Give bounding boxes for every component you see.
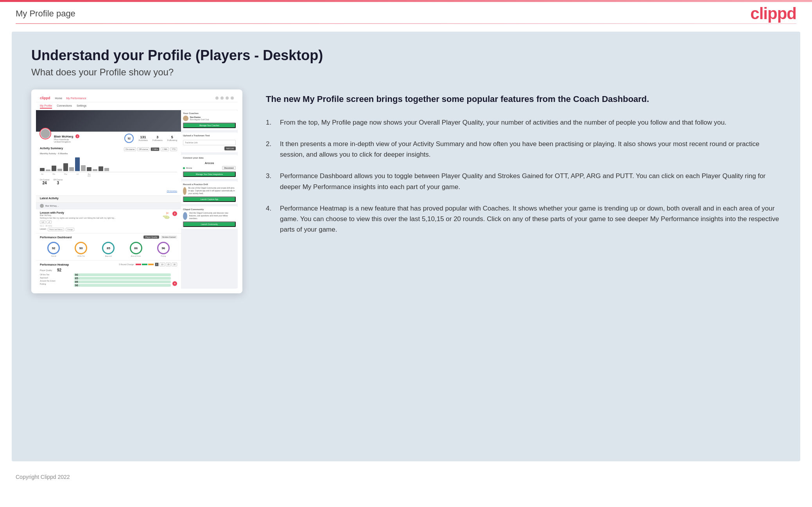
bar-8	[81, 165, 86, 171]
connect-dot	[183, 167, 185, 169]
activity-chart-area: Monthly Activity - 6 Months	[40, 152, 177, 193]
header-divider	[16, 23, 796, 24]
golf-icon: ⛳	[162, 212, 170, 219]
latest-activity-row: Blair McHarg ...	[36, 203, 181, 209]
round-btn-5[interactable]: 5	[155, 262, 159, 266]
filter-offcourse[interactable]: Off-course	[137, 147, 149, 151]
nav-icon-settings	[226, 96, 229, 100]
trackman-add-row: Add Link	[183, 146, 236, 150]
heatmap-cell-approach[interactable]: 85 ↑↑	[74, 277, 171, 280]
chart-labels: Jan Mar May Jul Aug 2021	[40, 173, 177, 177]
coaches-card: Your Coaches Dan Davies Bonniegaite Golf…	[181, 110, 238, 130]
nav-link-performance[interactable]: My Performance	[66, 97, 86, 100]
lesson-coach: Blair McHarg	[40, 214, 160, 217]
coach-info: Dan Davies Bonniegaite Golf Club	[190, 116, 236, 121]
lesson-info: Lesson with Fordy Blair McHarg Nothing t…	[40, 211, 160, 231]
app-logo: clippd	[40, 96, 50, 100]
logo: clippd	[750, 4, 796, 23]
lesson-icon: ⛳	[162, 211, 170, 219]
heatmap-badge: 4	[172, 281, 177, 286]
quality-badge: 1	[75, 134, 79, 138]
heatmap-row-overall: Player Quality 92	[40, 268, 177, 272]
drill-avatar	[183, 187, 186, 195]
list-item-1: From the top, My Profile page now shows …	[266, 117, 781, 128]
toggle-player-quality[interactable]: Player Quality	[143, 236, 159, 239]
off-course-stat: Off Course 3	[53, 179, 63, 185]
profile-details: Blair McHarg 1 Plus Handicap United King…	[54, 134, 121, 143]
bar-4	[57, 169, 62, 171]
filter-oncourse[interactable]: On-course	[124, 147, 136, 151]
right-text: The new My Profile screen brings togethe…	[266, 89, 781, 235]
trackman-card: Upload a Trackman Test Add Link	[181, 132, 238, 152]
heatmap-cell-aroundgreen[interactable]: 86 ↑↑	[74, 280, 171, 283]
lesson-text: Nothing to feel like my sights are exist…	[40, 217, 160, 220]
app-nav: clippd Home My Performance	[36, 94, 238, 102]
launch-community-btn[interactable]: Launch Community	[183, 221, 236, 227]
round-btn-15[interactable]: 15	[166, 262, 171, 266]
trackman-input[interactable]	[183, 140, 236, 145]
lesson-title: Lesson with Fordy	[40, 211, 160, 214]
coach-club: Bonniegaite Golf Club	[190, 118, 236, 121]
filter-3mths[interactable]: 3 Mths	[151, 147, 160, 151]
lesson-card: Lesson with Fordy Blair McHarg Nothing t…	[36, 209, 181, 234]
tab-settings[interactable]: Settings	[77, 104, 86, 109]
toggle-strokes-gained[interactable]: Strokes Gained	[161, 236, 177, 239]
coach-avatar	[183, 116, 188, 121]
profile-country: United Kingdom	[54, 141, 121, 143]
on-course-stat: On Course 24	[40, 179, 49, 185]
drill-text: Be one of the Clippd Community and creat…	[188, 187, 236, 195]
bar-chart	[40, 155, 177, 172]
heatmap-title: Performance Heatmap	[40, 263, 69, 266]
all-activities-link[interactable]: All Activities	[40, 186, 177, 193]
profile-info-row: Blair McHarg 1 Plus Handicap United King…	[36, 132, 181, 145]
lesson-tags: Golf off	[40, 220, 160, 224]
intro-text: The new My Profile screen brings togethe…	[266, 93, 781, 105]
main-content: Understand your Profile (Players - Deskt…	[12, 32, 800, 461]
manage-integrations-btn[interactable]: Manage Your Data Integrations	[183, 171, 236, 177]
perf-title: Performance Dashboard	[40, 236, 72, 239]
nav-icons	[215, 96, 234, 100]
tab-my-profile[interactable]: My Profile	[40, 104, 52, 109]
ring-around-green[interactable]: 86 Around Green	[130, 242, 142, 257]
tab-connections[interactable]: Connections	[57, 104, 72, 109]
main-subheading: What does your Profile show you?	[31, 67, 781, 78]
disconnect-btn[interactable]: Disconnect	[222, 166, 236, 170]
ring-offtee[interactable]: 90 Off the Tee	[75, 242, 87, 257]
heatmap-cell-putting[interactable]: 96 ↑↑	[74, 284, 171, 287]
heatmap-dot-green	[142, 264, 147, 265]
heatmap-col-1: 90 ↑↑ 85 ↑↑ 86	[74, 273, 171, 287]
connect-row: Arccos Disconnect	[183, 166, 236, 170]
heatmap-cell-offtee[interactable]: 90 ↑↑	[74, 273, 171, 276]
mockup-inner: clippd Home My Performance My Profile	[36, 94, 238, 289]
launch-capture-btn[interactable]: Launch Capture App	[183, 196, 236, 202]
heatmap-labels: Off the Tee Approach Around the Green Pu…	[40, 273, 72, 287]
footer: Copyright Clippd 2022	[0, 469, 812, 485]
trackman-add-btn[interactable]: Add Link	[224, 146, 236, 150]
community-card: Clippd Community Visit the Clippd Commun…	[181, 206, 238, 229]
heatmap-dot-red	[136, 264, 141, 265]
activity-chart: Monthly Activity - 6 Months	[40, 152, 177, 193]
nav-link-home[interactable]: Home	[55, 97, 63, 100]
lesson-badge-container: 2	[172, 211, 177, 231]
latest-activity-title: Latest Activity	[40, 197, 177, 200]
ring-approach[interactable]: 85 Approach	[102, 242, 115, 257]
avatar-ring	[39, 128, 51, 139]
performance-section: Performance Dashboard Player Quality Str…	[36, 234, 181, 261]
lesson-media: Lesson Photos and Videos 1 Image	[40, 228, 160, 231]
profile-avatar	[40, 128, 51, 139]
bar-12	[104, 168, 109, 171]
list-item-3: Performance Dashboard allows you to togg…	[266, 171, 781, 192]
round-btn-10[interactable]: 10	[160, 262, 165, 266]
drill-card: Record a Practice Drill Be one of the Cl…	[181, 181, 238, 204]
ring-overall[interactable]: 92 Overall	[47, 242, 60, 257]
filter-1mth[interactable]: 1 Mth	[161, 147, 169, 151]
heatmap-section: Performance Heatmap 5 Round Change:	[36, 261, 181, 289]
drill-title: Record a Practice Drill	[183, 183, 236, 186]
filter-ytd[interactable]: YTD	[170, 147, 177, 151]
mockup-container: clippd Home My Performance My Profile	[31, 89, 242, 293]
ring-putting[interactable]: 96 Putting	[157, 242, 170, 257]
perf-header: Performance Dashboard Player Quality Str…	[40, 236, 177, 239]
round-btn-20[interactable]: 20	[172, 262, 177, 266]
content-header: Understand your Profile (Players - Deskt…	[31, 47, 781, 78]
manage-coaches-btn[interactable]: Manage Your Coaches	[183, 123, 236, 128]
